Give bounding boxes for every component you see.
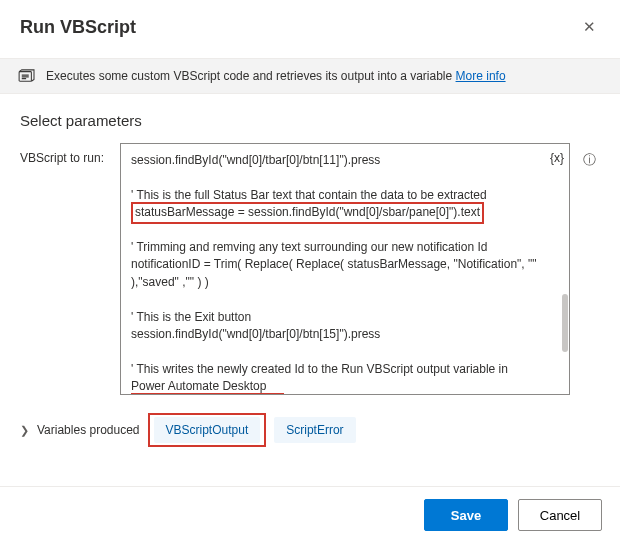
- save-button[interactable]: Save: [424, 499, 508, 531]
- insert-variable-button[interactable]: {x}: [550, 151, 564, 165]
- section-title: Select parameters: [0, 94, 620, 143]
- highlight-output-chip: VBScriptOutput: [148, 413, 267, 447]
- scrollbar-thumb[interactable]: [562, 294, 568, 352]
- dialog-header: Run VBScript ✕: [0, 0, 620, 58]
- param-row: VBScript to run: session.findById("wnd[0…: [0, 143, 620, 395]
- close-icon[interactable]: ✕: [579, 14, 600, 40]
- info-bar: Executes some custom VBScript code and r…: [0, 58, 620, 94]
- variable-chip-error[interactable]: ScriptError: [274, 417, 355, 443]
- script-icon: [18, 69, 36, 83]
- highlight-statusbar-line: statusBarMessage = session.findById("wnd…: [131, 202, 484, 223]
- variable-chip-output[interactable]: VBScriptOutput: [154, 417, 261, 443]
- param-label: VBScript to run:: [20, 143, 112, 165]
- highlight-echo-line: WScript.Echo notificationID: [131, 393, 284, 395]
- chevron-right-icon[interactable]: ❯: [20, 424, 29, 437]
- more-info-link[interactable]: More info: [456, 69, 506, 83]
- dialog-footer: Save Cancel: [0, 486, 620, 543]
- cancel-button[interactable]: Cancel: [518, 499, 602, 531]
- dialog-title: Run VBScript: [20, 17, 136, 38]
- variables-produced-row: ❯ Variables produced VBScriptOutput Scri…: [0, 395, 620, 447]
- code-editor-wrap: session.findById("wnd[0]/tbar[0]/btn[11]…: [120, 143, 570, 395]
- variables-produced-label: Variables produced: [37, 423, 140, 437]
- info-icon[interactable]: ⓘ: [578, 143, 600, 169]
- info-text: Executes some custom VBScript code and r…: [46, 69, 506, 83]
- vbscript-editor[interactable]: session.findById("wnd[0]/tbar[0]/btn[11]…: [120, 143, 570, 395]
